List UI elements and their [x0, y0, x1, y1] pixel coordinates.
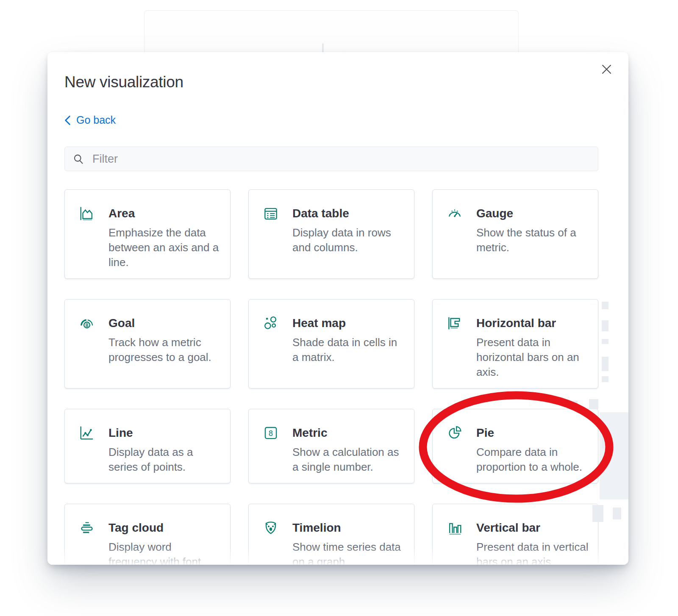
- go-back-label: Go back: [76, 114, 116, 126]
- data-table-icon: [263, 205, 279, 222]
- card-title: Data table: [292, 205, 349, 222]
- vertical-bar-icon: [447, 520, 463, 536]
- card-description: Present data in horizontal bars on an ax…: [476, 335, 589, 380]
- card-title: Line: [108, 425, 133, 441]
- viz-card-tag-cloud[interactable]: Tag cloudDisplay word frequency with fon…: [64, 504, 231, 565]
- card-header: Tag cloud: [79, 519, 221, 536]
- card-title: Heat map: [292, 315, 346, 332]
- svg-text:8: 8: [269, 429, 273, 438]
- close-icon: [601, 64, 612, 75]
- card-header: Horizontal bar: [447, 315, 589, 332]
- card-title: Horizontal bar: [476, 315, 556, 332]
- card-description: Shade data in cells in a matrix.: [292, 335, 405, 365]
- card-title: Metric: [292, 425, 327, 441]
- card-header: Gauge: [447, 205, 589, 222]
- metric-icon: 8: [263, 425, 279, 441]
- viz-card-pie[interactable]: PieCompare data in proportion to a whole…: [432, 409, 598, 483]
- card-description: Show the status of a metric.: [476, 225, 589, 255]
- card-description: Display data as a series of points.: [108, 445, 221, 474]
- card-description: Show a calculation as a single number.: [292, 445, 405, 474]
- viz-card-gauge[interactable]: GaugeShow the status of a metric.: [432, 189, 598, 279]
- card-header: Data table: [263, 205, 405, 222]
- new-visualization-modal: New visualization Go back AreaEmphasize …: [47, 52, 628, 565]
- filter-input[interactable]: [84, 147, 598, 171]
- card-header: Area: [79, 205, 221, 222]
- card-title: Vertical bar: [476, 519, 540, 536]
- card-title: Timelion: [292, 519, 341, 536]
- viz-card-vertical-bar[interactable]: Vertical barPresent data in vertical bar…: [432, 504, 598, 565]
- card-header: Timelion: [263, 519, 405, 536]
- goal-icon: 8: [79, 315, 95, 331]
- viz-card-horizontal-bar[interactable]: Horizontal barPresent data in horizontal…: [432, 299, 598, 388]
- card-title: Tag cloud: [108, 519, 164, 536]
- modal-title: New visualization: [64, 73, 183, 91]
- card-header: Vertical bar: [447, 519, 589, 536]
- card-title: Pie: [476, 425, 494, 441]
- area-chart-icon: [79, 205, 95, 222]
- chevron-left-icon: [64, 115, 71, 125]
- viz-card-metric[interactable]: 8MetricShow a calculation as a single nu…: [248, 409, 414, 483]
- card-header: Heat map: [263, 315, 405, 332]
- card-header: Line: [79, 425, 221, 441]
- card-description: Emphasize the data between an axis and a…: [108, 225, 221, 270]
- search-icon: [73, 153, 84, 165]
- card-description: Display data in rows and columns.: [292, 225, 405, 255]
- viz-card-goal[interactable]: 8GoalTrack how a metric progresses to a …: [64, 299, 231, 388]
- card-description: Present data in vertical bars on an axis: [476, 540, 589, 565]
- viz-card-data-table[interactable]: Data tableDisplay data in rows and colum…: [248, 189, 414, 279]
- heat-map-icon: [263, 315, 279, 331]
- gauge-icon: [447, 205, 463, 222]
- visualization-grid: AreaEmphasize the data between an axis a…: [64, 189, 598, 565]
- card-description: Compare data in proportion to a whole.: [476, 445, 589, 474]
- card-title: Gauge: [476, 205, 513, 222]
- card-header: 8Metric: [263, 425, 405, 441]
- viz-card-line[interactable]: LineDisplay data as a series of points.: [64, 409, 231, 483]
- filter-field: [64, 147, 598, 171]
- card-header: Pie: [447, 425, 589, 441]
- svg-text:8: 8: [86, 322, 89, 328]
- card-title: Goal: [108, 315, 135, 332]
- horizontal-bar-icon: [447, 315, 463, 331]
- tag-cloud-icon: [79, 520, 95, 536]
- card-title: Area: [108, 205, 135, 222]
- viz-card-timelion[interactable]: TimelionShow time series data on a graph: [248, 504, 414, 565]
- viz-card-heat-map[interactable]: Heat mapShade data in cells in a matrix.: [248, 299, 414, 388]
- timelion-icon: [263, 520, 279, 536]
- card-description: Track how a metric progresses to a goal.: [108, 335, 221, 365]
- close-button[interactable]: [597, 60, 616, 78]
- go-back-link[interactable]: Go back: [64, 114, 116, 126]
- viz-card-area[interactable]: AreaEmphasize the data between an axis a…: [64, 189, 231, 279]
- pie-chart-icon: [447, 425, 463, 441]
- card-description: Show time series data on a graph: [292, 540, 405, 565]
- card-description: Display word frequency with font size: [108, 540, 221, 565]
- card-header: 8Goal: [79, 315, 221, 332]
- line-chart-icon: [79, 425, 95, 441]
